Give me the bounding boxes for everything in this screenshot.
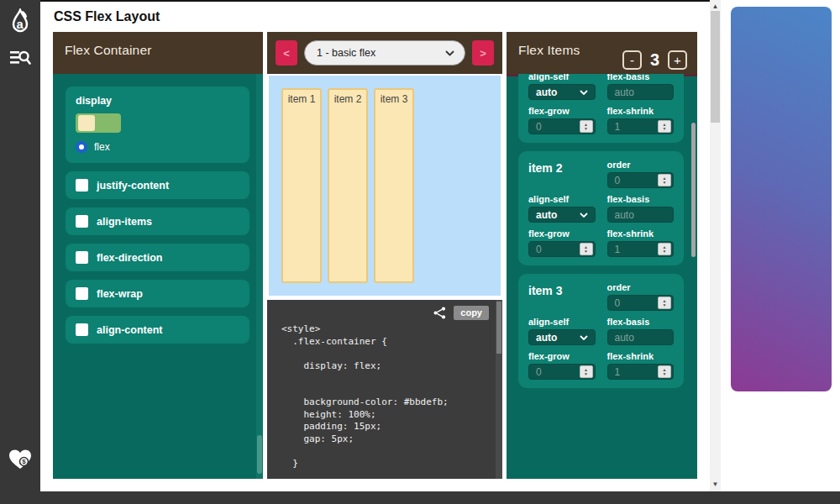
item-2-flex-grow-group: flex-grow 0 ▲▼ xyxy=(528,228,596,257)
flex-basis-label: flex-basis xyxy=(607,74,675,81)
align-items-card: align-items xyxy=(66,207,249,235)
item-1-align-self-value: auto xyxy=(536,87,557,98)
item-1-align-self-group: align-self auto xyxy=(528,74,596,100)
page-scrollbar[interactable]: ▲ ▼ xyxy=(710,0,721,491)
item-2-align-self-group: align-self auto xyxy=(528,194,596,223)
item-3-flex-grow-input[interactable]: 0 ▲▼ xyxy=(528,364,596,380)
item-2-order-value: 0 xyxy=(615,175,621,186)
align-items-checkbox[interactable] xyxy=(76,215,88,228)
flex-shrink-label: flex-shrink xyxy=(607,228,675,239)
item-2-order-group: order 0 ▲▼ xyxy=(607,160,675,188)
flex-container-header: Flex Container xyxy=(53,32,263,74)
item-2-flex-shrink-input[interactable]: 1 ▲▼ xyxy=(607,241,675,257)
item-1-flex-basis-group: flex-basis auto xyxy=(607,74,675,100)
display-toggle-knob xyxy=(78,115,95,131)
gradient-preview-card xyxy=(731,7,832,391)
flex-direction-checkbox[interactable] xyxy=(76,251,88,264)
item-2-order-input[interactable]: 0 ▲▼ xyxy=(607,172,675,188)
preset-toolbar: < 1 - basic flex > xyxy=(267,32,502,74)
spinner-buttons[interactable]: ▲▼ xyxy=(580,243,593,255)
flex-grow-label: flex-grow xyxy=(528,228,596,239)
flex-items-header: Flex Items - 3 + xyxy=(507,32,697,74)
spinner-buttons[interactable]: ▲▼ xyxy=(658,243,671,255)
item-1-align-self-select[interactable]: auto xyxy=(528,84,596,100)
spinner-buttons[interactable]: ▲▼ xyxy=(658,297,671,309)
item-count: 3 xyxy=(650,50,659,70)
spinner-buttons[interactable]: ▲▼ xyxy=(658,365,671,378)
justify-content-label: justify-content xyxy=(97,180,169,192)
item-1-flex-shrink-value: 1 xyxy=(615,121,621,133)
remove-item-button[interactable]: - xyxy=(622,50,642,70)
flex-direction-card: flex-direction xyxy=(66,244,249,271)
next-preset-button[interactable]: > xyxy=(472,40,494,66)
search-menu-icon[interactable] xyxy=(0,49,40,67)
flex-radio-label: flex xyxy=(94,141,110,153)
item-3-align-self-select[interactable]: auto xyxy=(528,329,596,345)
appbrewery-logo-icon[interactable]: a xyxy=(0,8,40,35)
copy-button[interactable]: copy xyxy=(454,306,489,320)
item-1-flex-basis-input[interactable]: auto xyxy=(607,84,675,100)
item-3-flex-shrink-value: 1 xyxy=(615,366,621,378)
flex-wrap-checkbox[interactable] xyxy=(76,287,88,300)
code-scrollbar-thumb[interactable] xyxy=(496,302,501,354)
prev-preset-button[interactable]: < xyxy=(276,40,297,66)
align-content-checkbox[interactable] xyxy=(76,323,88,336)
display-property-card: display flex xyxy=(66,87,249,163)
code-toolbar: copy xyxy=(433,306,489,320)
item-3-name: item 3 xyxy=(528,282,596,311)
item-3-align-self-group: align-self auto xyxy=(528,317,596,345)
preset-select[interactable]: 1 - basic flex xyxy=(304,40,465,66)
item-2-flex-shrink-group: flex-shrink 1 ▲▼ xyxy=(607,228,675,257)
item-3-order-group: order 0 ▲▼ xyxy=(607,282,675,311)
order-label: order xyxy=(607,160,675,170)
svg-text:$: $ xyxy=(22,458,26,465)
donate-heart-icon[interactable]: $ xyxy=(0,448,40,471)
justify-content-checkbox[interactable] xyxy=(76,179,88,192)
svg-text:a: a xyxy=(16,18,24,31)
spinner-buttons[interactable]: ▲▼ xyxy=(658,120,671,133)
chevron-down-icon xyxy=(580,90,588,95)
page-scrollbar-thumb[interactable] xyxy=(711,11,720,123)
align-self-label: align-self xyxy=(528,74,596,81)
flex-container-body: display flex justify-content align-item xyxy=(53,74,263,479)
spinner-buttons[interactable]: ▲▼ xyxy=(580,365,593,378)
item-2-flex-basis-input[interactable]: auto xyxy=(607,207,675,223)
preset-select-value: 1 - basic flex xyxy=(317,47,375,59)
flex-radio[interactable] xyxy=(76,141,87,153)
flex-playground: item 1 item 2 item 3 xyxy=(269,76,501,296)
item-2-flex-grow-input[interactable]: 0 ▲▼ xyxy=(528,241,596,257)
flex-container-panel: Flex Container display flex justify-cont… xyxy=(53,32,263,479)
flex-grow-label: flex-grow xyxy=(528,106,596,116)
item-2-name: item 2 xyxy=(528,160,596,188)
flex-shrink-label: flex-shrink xyxy=(607,106,675,116)
item-1-flex-shrink-group: flex-shrink 1 ▲▼ xyxy=(607,106,675,134)
item-3-order-value: 0 xyxy=(615,297,621,309)
playground-item-1: item 1 xyxy=(281,88,322,283)
code-block: copy <style> .flex-container { display: … xyxy=(267,300,502,479)
item-3-flex-basis-input[interactable]: auto xyxy=(607,329,675,345)
align-content-card: align-content xyxy=(66,316,249,344)
code-scrollbar[interactable] xyxy=(496,300,502,479)
item-1-flex-shrink-input[interactable]: 1 ▲▼ xyxy=(607,118,675,134)
item-3-flex-shrink-input[interactable]: 1 ▲▼ xyxy=(607,364,675,380)
item-3-card: item 3 order 0 ▲▼ align-self auto xyxy=(518,274,684,388)
items-panel-scrollbar-thumb[interactable] xyxy=(691,123,696,257)
item-1-flex-grow-input[interactable]: 0 ▲▼ xyxy=(528,118,596,134)
item-2-align-self-select[interactable]: auto xyxy=(528,207,596,223)
spinner-buttons[interactable]: ▲▼ xyxy=(658,174,671,186)
item-counter: - 3 + xyxy=(622,50,687,70)
spinner-buttons[interactable]: ▲▼ xyxy=(580,120,593,133)
display-flex-radio-row: flex xyxy=(76,141,239,153)
bottom-bar xyxy=(0,491,840,504)
scroll-down-arrow[interactable]: ▼ xyxy=(710,479,721,490)
item-3-order-input[interactable]: 0 ▲▼ xyxy=(607,295,675,311)
share-icon[interactable] xyxy=(433,307,446,319)
container-panel-scrollbar[interactable] xyxy=(256,74,263,479)
item-3-flex-basis-group: flex-basis auto xyxy=(607,317,675,345)
add-item-button[interactable]: + xyxy=(668,50,687,70)
container-panel-scrollbar-thumb[interactable] xyxy=(257,435,262,474)
flex-basis-label: flex-basis xyxy=(607,194,675,204)
display-toggle[interactable] xyxy=(76,113,121,133)
item-3-align-self-value: auto xyxy=(536,332,557,344)
flex-container-title: Flex Container xyxy=(53,32,263,58)
